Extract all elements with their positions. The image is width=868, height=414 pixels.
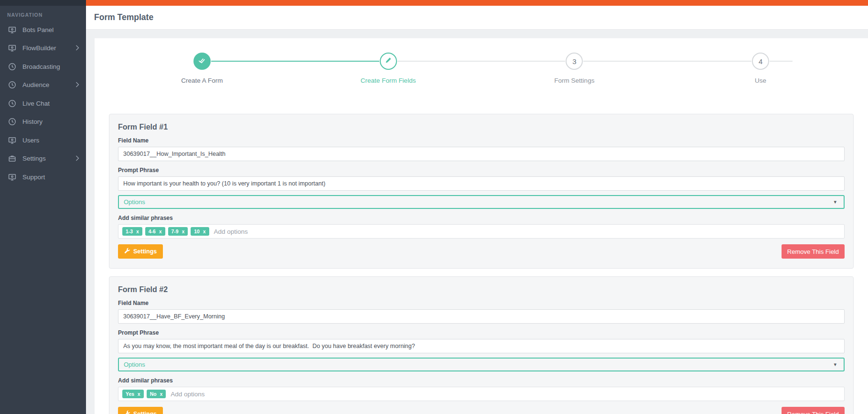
step-label: Create Form Fields [361,77,416,84]
step-label: Form Settings [554,77,594,84]
add-options-placeholder: Add options [171,391,204,398]
similar-phrases-label: Add similar phrases [118,377,845,384]
clock-icon [8,118,16,126]
sidebar-item-support[interactable]: Support [0,168,86,186]
chevron-down-icon: ▾ [834,199,836,205]
page-header: Form Template [86,6,868,30]
sidebar-item-label: Live Chat [22,100,50,107]
monitor-icon [8,44,16,52]
tag-remove-icon[interactable]: x [136,229,139,234]
step-label: Create A Form [181,77,223,84]
sidebar-item-live-chat[interactable]: Live Chat [0,94,86,113]
tag: 10x [191,227,209,236]
sidebar-item-users[interactable]: Users [0,131,86,150]
options-select-label: Options [124,198,145,206]
briefcase-icon [8,154,16,163]
tag-remove-icon[interactable]: x [182,229,185,234]
nav-section-label: NAVIGATION [0,6,86,21]
sidebar-item-settings[interactable]: Settings [0,150,86,168]
prompt-phrase-label: Prompt Phrase [118,329,845,336]
sidebar-item-audience[interactable]: Audience [0,76,86,95]
tag-label: 7-9 [171,229,179,234]
step-circle-number[interactable]: 3 [566,53,583,70]
settings-button[interactable]: Settings [118,407,163,414]
tag: Yesx [122,390,144,398]
prompt-phrase-label: Prompt Phrase [118,167,845,174]
step-create-a-form[interactable]: Create A Form [109,53,295,84]
clock-icon [8,99,16,108]
monitor-icon [8,173,16,181]
monitor-icon [8,26,16,34]
wizard-stepper: Create A Form Create Form Fields 3 Form … [109,53,854,95]
tag: Nox [147,390,166,398]
chevron-right-icon [75,45,79,52]
add-options-placeholder: Add options [214,228,248,235]
options-select-label: Options [124,361,145,368]
step-circle-number[interactable]: 4 [752,53,769,70]
similar-phrases-tags-input[interactable]: 1-3x 4-6x 7-9x 10x Add options [118,224,845,239]
options-select[interactable]: Options ▾ [118,195,845,209]
tag-label: 4-6 [149,229,156,234]
page-title: Form Template [94,12,153,22]
tag-label: 1-3 [126,229,133,234]
prompt-phrase-input[interactable] [118,176,845,191]
similar-phrases-label: Add similar phrases [118,215,845,221]
sidebar: NAVIGATION Bots Panel FlowBuilder Broadc… [0,0,86,414]
pencil-icon [385,56,392,66]
sidebar-item-broadcasting[interactable]: Broadcasting [0,57,86,76]
field-name-input[interactable] [118,309,845,324]
tag: 4-6x [145,227,165,236]
field-name-input[interactable] [118,147,845,161]
card-title: Form Field #1 [118,123,845,131]
monitor-icon [8,136,16,144]
sidebar-item-flowbuilder[interactable]: FlowBuilder [0,39,86,58]
double-check-icon [197,56,206,67]
step-create-form-fields[interactable]: Create Form Fields [295,53,482,84]
tag-remove-icon[interactable]: x [203,229,206,234]
sidebar-item-label: Support [22,174,45,181]
settings-button-label: Settings [133,248,157,255]
tag-label: Yes [126,391,134,397]
field-name-label: Field Name [118,137,845,144]
tag-label: 10 [194,229,200,234]
tag-remove-icon[interactable]: x [138,392,140,397]
settings-button[interactable]: Settings [118,244,163,259]
field-name-label: Field Name [118,300,845,306]
step-circle-done[interactable] [193,53,211,70]
top-accent-bar [86,0,868,6]
step-circle-active[interactable] [380,53,397,70]
tag-remove-icon[interactable]: x [159,229,162,234]
remove-field-button[interactable]: Remove This Field [782,244,845,259]
tag: 1-3x [122,227,142,236]
chevron-right-icon [75,82,79,89]
clock-icon [8,81,16,89]
sidebar-item-label: FlowBuilder [22,44,56,52]
tag-remove-icon[interactable]: x [160,392,163,397]
tag-label: No [150,391,157,397]
step-form-settings[interactable]: 3 Form Settings [482,53,668,84]
main-content: Create A Form Create Form Fields 3 Form … [86,30,868,414]
sidebar-item-label: Settings [22,155,46,162]
sidebar-item-label: History [22,118,43,125]
remove-field-button[interactable]: Remove This Field [782,407,845,414]
tag: 7-9x [168,227,188,236]
options-select[interactable]: Options ▾ [118,358,845,371]
sidebar-item-label: Audience [22,81,49,88]
prompt-phrase-input[interactable] [118,339,845,353]
sidebar-item-label: Users [22,137,39,144]
sidebar-item-label: Bots Panel [22,26,54,33]
card-title: Form Field #2 [118,285,845,294]
sidebar-item-label: Broadcasting [22,63,60,70]
sidebar-item-bots-panel[interactable]: Bots Panel [0,21,86,39]
sidebar-top-strip [0,0,86,6]
sidebar-item-history[interactable]: History [0,113,86,131]
chevron-right-icon [75,155,79,163]
step-label: Use [755,77,766,84]
chevron-down-icon: ▾ [834,361,836,368]
settings-button-label: Settings [133,411,157,414]
clock-icon [8,63,16,71]
form-field-card-2: Form Field #2 Field Name Prompt Phrase O… [109,276,854,414]
step-use[interactable]: 4 Use [667,53,854,84]
content-panel: Create A Form Create Form Fields 3 Form … [95,38,868,414]
similar-phrases-tags-input[interactable]: Yesx Nox Add options [118,387,845,401]
